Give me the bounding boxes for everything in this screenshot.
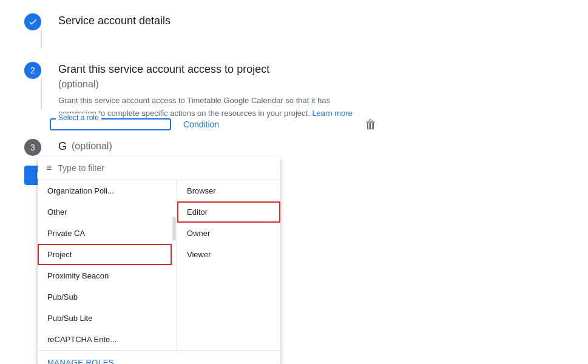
step3-header: G (optional) bbox=[58, 138, 564, 155]
list-item[interactable]: reCAPTCHA Ente... bbox=[38, 329, 172, 350]
filter-icon: ≡ bbox=[46, 163, 52, 174]
list-item[interactable]: Pub/Sub Lite bbox=[38, 308, 172, 329]
step2-description: Grant this service account access to Tim… bbox=[58, 95, 362, 120]
dropdown-filter-row: ≡ bbox=[38, 157, 280, 180]
left-panel: Organization Poli... Other Private CA Pr… bbox=[38, 180, 172, 350]
step2-icon: 2 bbox=[24, 62, 41, 79]
condition-button[interactable]: Condition bbox=[183, 120, 219, 129]
list-item-editor[interactable]: Editor bbox=[177, 201, 280, 223]
step2-title: Grant this service account access to pro… bbox=[58, 61, 564, 78]
step3-content: G (optional) bbox=[58, 138, 564, 155]
filter-input[interactable] bbox=[58, 163, 272, 173]
right-panel: Browser Editor Owner Viewer bbox=[177, 180, 280, 350]
step1-icon bbox=[24, 13, 41, 30]
step2-subtitle: (optional) bbox=[58, 79, 564, 90]
step3-icon: 3 bbox=[24, 139, 41, 156]
manage-roles-button[interactable]: MANAGE ROLES bbox=[38, 350, 280, 364]
step1-row: Service account details bbox=[24, 12, 564, 51]
step1-title: Service account details bbox=[58, 12, 564, 29]
step2-content: Grant this service account access to pro… bbox=[58, 61, 564, 120]
role-dropdown: ≡ Organization Poli... Other Private CA … bbox=[38, 157, 280, 364]
select-role-field[interactable]: Select a role bbox=[50, 118, 171, 130]
list-item-project[interactable]: Project bbox=[38, 244, 172, 265]
select-role-label: Select a role bbox=[56, 113, 101, 122]
list-item[interactable]: Private CA bbox=[38, 223, 172, 244]
list-item[interactable]: Organization Poli... bbox=[38, 180, 172, 201]
step1-content: Service account details bbox=[58, 12, 564, 29]
list-item-viewer[interactable]: Viewer bbox=[177, 244, 280, 265]
delete-wrapper: 🗑 bbox=[365, 118, 377, 132]
step3-title: G bbox=[58, 138, 67, 155]
list-item[interactable]: Other bbox=[38, 201, 172, 223]
learn-more-link[interactable]: Learn more bbox=[312, 109, 352, 118]
step3-row: 3 G (optional) bbox=[24, 138, 564, 156]
list-item-owner[interactable]: Owner bbox=[177, 223, 280, 244]
step2-row: 2 Grant this service account access to p… bbox=[24, 61, 564, 120]
dropdown-body: Organization Poli... Other Private CA Pr… bbox=[38, 180, 280, 350]
list-item-browser[interactable]: Browser bbox=[177, 180, 280, 201]
delete-icon[interactable]: 🗑 bbox=[365, 118, 377, 131]
left-panel-container: Organization Poli... Other Private CA Pr… bbox=[38, 180, 177, 350]
step3-subtitle: (optional) bbox=[72, 138, 112, 155]
list-item[interactable]: Pub/Sub bbox=[38, 286, 172, 308]
list-item-proximity-beacon[interactable]: Proximity Beacon bbox=[38, 265, 172, 286]
left-scrollbar[interactable] bbox=[172, 217, 176, 241]
select-role-wrapper[interactable]: Select a role bbox=[50, 118, 171, 130]
